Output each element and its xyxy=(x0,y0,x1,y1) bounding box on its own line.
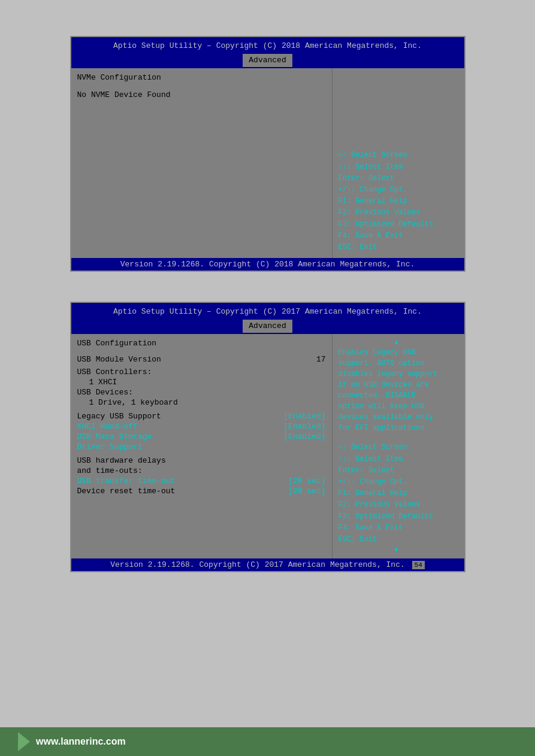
key-f1-1: F1: General Help xyxy=(338,196,455,207)
help-line-2: support. AUTO option xyxy=(338,358,455,369)
usb-controllers-label: USB Controllers: xyxy=(77,368,326,377)
xhci-row: XHCI Hand-off [Enabled] xyxy=(77,422,326,431)
bios-header-1: Aptio Setup Utility – Copyright (C) 2018… xyxy=(71,37,464,68)
right-keys-2: ↔: Select Screen ↑↓: Select Item Enter: … xyxy=(338,442,455,545)
key-enter-1: Enter: Select xyxy=(338,173,455,184)
website-url: www.lannerinc.com xyxy=(36,736,126,747)
bios-right-2: ▲ Enables Legacy USB support. AUTO optio… xyxy=(333,334,464,558)
key-enter-2: Enter: Select xyxy=(338,465,455,476)
help-line-5: connected. DISABLE xyxy=(338,390,455,401)
bios-footer-2: Version 2.19.1268. Copyright (C) 2017 Am… xyxy=(71,558,464,571)
page-wrapper: Aptio Setup Utility – Copyright (C) 2018… xyxy=(0,0,535,756)
key-f2-1: F2: Previous Values xyxy=(338,207,455,218)
no-device-msg: No NVME Device Found xyxy=(77,90,326,99)
key-f2-2: F2: Previous Values xyxy=(338,499,455,511)
driver-support-row: Driver Support xyxy=(77,442,326,451)
tab-bar-2: Advanced xyxy=(71,318,464,334)
help-line-7: devices available only xyxy=(338,412,455,423)
key-f4-2: F4: Save & Exit xyxy=(338,523,455,534)
bios-right-1: ↔: Select Screen ↑↓: Select Item Enter: … xyxy=(333,68,464,258)
key-select-item-1: ↑↓: Select Item xyxy=(338,162,455,173)
hw-delays-label2: and time-outs: xyxy=(77,466,326,475)
key-f3-2: F3: Optimized Defaults xyxy=(338,511,455,523)
bios-content-2: USB Configuration USB Module Version 17 … xyxy=(71,334,464,558)
key-change-opt-1: +/-: Change Opt. xyxy=(338,184,455,196)
scroll-up-arrow: ▲ xyxy=(338,339,455,346)
usb-module-value: 17 xyxy=(316,355,326,364)
key-change-opt-2: +/-: Change Opt. xyxy=(338,476,455,488)
bios-footer-1: Version 2.19.1268. Copyright (C) 2018 Am… xyxy=(71,258,464,271)
device-reset-value: [20 sec] xyxy=(288,487,325,496)
xhci-value: [Enabled] xyxy=(283,422,325,431)
usb-mass-row: USB Mass Storage [Enabled] xyxy=(77,432,326,441)
key-f3-1: F3: Optimized Defaults xyxy=(338,219,455,230)
website-bar: www.lannerinc.com xyxy=(0,727,535,756)
usb-devices-label: USB Devices: xyxy=(77,388,326,397)
header-title-2: Aptio Setup Utility – Copyright (C) 2017… xyxy=(71,305,464,318)
bios-header-2: Aptio Setup Utility – Copyright (C) 2017… xyxy=(71,303,464,334)
hw-delays-label1: USB hardware delays xyxy=(77,456,326,465)
advanced-tab-2[interactable]: Advanced xyxy=(243,320,292,333)
bios-content-1: NVMe Configuration No NVME Device Found … xyxy=(71,68,464,258)
usb-section-title: USB Configuration xyxy=(77,339,326,348)
scroll-down-arrow: ▼ xyxy=(338,546,455,554)
driver-support-label: Driver Support xyxy=(77,442,143,451)
help-line-1: Enables Legacy USB xyxy=(338,347,455,358)
key-esc-2: ESC: Exit xyxy=(338,534,455,545)
key-select-screen-1: ↔: Select Screen xyxy=(338,150,455,161)
bios-left-1: NVMe Configuration No NVME Device Found xyxy=(71,68,333,258)
legacy-usb-row: Legacy USB Support [Enabled] xyxy=(77,412,326,421)
key-esc-1: ESC: Exit xyxy=(338,242,455,253)
key-f1-2: F1: General Help xyxy=(338,488,455,499)
usb-module-label: USB Module Version xyxy=(77,355,161,364)
usb-mass-value: [Enabled] xyxy=(283,432,325,441)
help-line-6: option will keep USB xyxy=(338,401,455,412)
footer-text-2: Version 2.19.1268. Copyright (C) 2017 Am… xyxy=(110,560,404,569)
usb-module-row: USB Module Version 17 xyxy=(77,355,326,364)
transfer-timeout-row: USB transfer time-out [20 sec] xyxy=(77,476,326,485)
help-line-4: if no USB devices are xyxy=(338,379,455,390)
bios-left-2: USB Configuration USB Module Version 17 … xyxy=(71,334,333,558)
help-line-3: disables legacy support xyxy=(338,369,455,379)
usb-devices-value: 1 Drive, 1 keyboard xyxy=(77,398,326,407)
page-num-badge: 54 xyxy=(412,561,425,569)
bios-screen-1: Aptio Setup Utility – Copyright (C) 2018… xyxy=(70,36,466,272)
chevron-icon xyxy=(18,732,30,751)
advanced-tab-1[interactable]: Advanced xyxy=(243,54,292,67)
header-title-1: Aptio Setup Utility – Copyright (C) 2018… xyxy=(71,40,464,53)
key-select-item-2: ↑↓: Select Item xyxy=(338,454,455,465)
legacy-usb-value: [Enabled] xyxy=(283,412,325,421)
device-reset-row: Device reset time-out [20 sec] xyxy=(77,487,326,496)
help-line-8: for EFI applications. xyxy=(338,423,455,433)
right-help-2: Enables Legacy USB support. AUTO option … xyxy=(338,347,455,433)
tab-bar-1: Advanced xyxy=(71,53,464,68)
transfer-timeout-label: USB transfer time-out xyxy=(77,476,176,485)
bios-screen-2: Aptio Setup Utility – Copyright (C) 2017… xyxy=(70,302,466,572)
key-f4-1: F4: Save & Exit xyxy=(338,230,455,242)
usb-controllers-value: 1 XHCI xyxy=(77,378,326,387)
legacy-usb-label: Legacy USB Support xyxy=(77,412,161,421)
nvme-section-title: NVMe Configuration xyxy=(77,73,326,82)
transfer-timeout-value: [20 sec] xyxy=(288,476,325,485)
usb-mass-label: USB Mass Storage xyxy=(77,432,152,441)
right-keys-1: ↔: Select Screen ↑↓: Select Item Enter: … xyxy=(338,150,455,253)
key-select-screen-2: ↔: Select Screen xyxy=(338,442,455,453)
xhci-label: XHCI Hand-off xyxy=(77,422,138,431)
device-reset-label: Device reset time-out xyxy=(77,487,176,496)
